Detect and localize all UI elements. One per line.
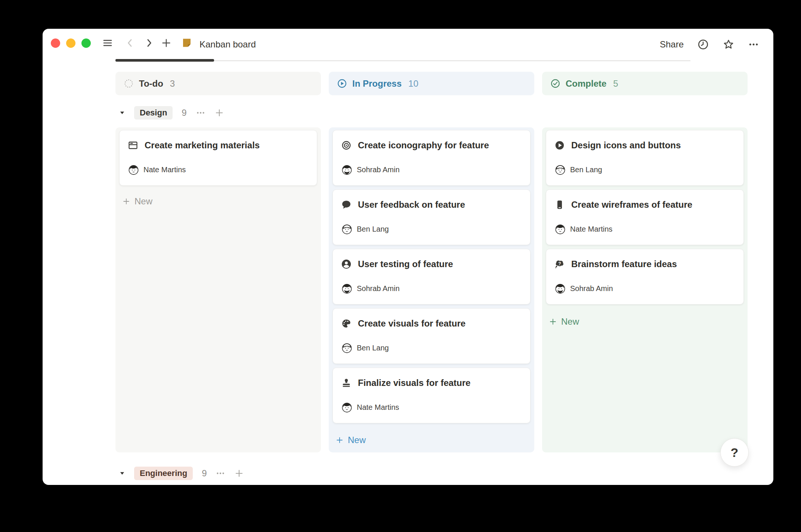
check-circle-icon bbox=[550, 78, 560, 89]
group-add-icon[interactable] bbox=[234, 468, 244, 478]
card[interactable]: Create wireframes of feature Nate Martin… bbox=[546, 189, 744, 245]
card[interactable]: Create marketing materials Nate Martins bbox=[119, 130, 317, 186]
card[interactable]: User testing of feature Sohrab Amin bbox=[333, 249, 531, 304]
thought-bubble-question-icon bbox=[554, 259, 565, 269]
new-card-label: New bbox=[561, 316, 579, 327]
column-header-todo[interactable]: To-do 3 bbox=[115, 72, 321, 95]
history-clock-icon[interactable] bbox=[697, 38, 709, 50]
card-assignee: Sohrab Amin bbox=[357, 284, 400, 293]
group-more-icon[interactable] bbox=[196, 108, 205, 118]
card-assignee: Ben Lang bbox=[357, 225, 389, 233]
new-card-button[interactable]: New bbox=[549, 313, 579, 331]
column-body-complete: Design icons and buttons Ben Lang Create… bbox=[542, 127, 748, 452]
card-title: Create marketing materials bbox=[145, 140, 260, 151]
help-button[interactable]: ? bbox=[720, 438, 749, 467]
collapse-triangle-icon[interactable] bbox=[119, 110, 125, 116]
card-title: Design icons and buttons bbox=[571, 140, 681, 151]
favorite-star-icon[interactable] bbox=[723, 38, 734, 50]
card-assignee: Sohrab Amin bbox=[357, 166, 400, 174]
column-header-in-progress[interactable]: In Progress 10 bbox=[329, 72, 534, 95]
new-card-label: New bbox=[348, 435, 366, 445]
card-assignee: Ben Lang bbox=[357, 344, 389, 352]
column-label: In Progress bbox=[352, 78, 402, 89]
column-count: 10 bbox=[408, 78, 418, 89]
card[interactable]: Finalize visuals for feature Nate Martin… bbox=[333, 368, 531, 423]
column-body-todo: Create marketing materials Nate Martins … bbox=[115, 127, 321, 452]
layout-template-icon bbox=[128, 140, 138, 151]
target-icon bbox=[341, 140, 352, 151]
avatar-ben-lang bbox=[342, 224, 352, 234]
card[interactable]: User feedback on feature Ben Lang bbox=[333, 189, 531, 245]
new-card-button[interactable]: New bbox=[335, 431, 366, 449]
speech-bubble-icon bbox=[341, 200, 352, 210]
card-title: Brainstorm feature ideas bbox=[571, 259, 677, 269]
column-body-in-progress: Create iconography for feature Sohrab Am… bbox=[329, 127, 534, 452]
group-count: 9 bbox=[182, 108, 186, 118]
forward-chevron-icon[interactable] bbox=[143, 37, 155, 49]
plus-icon bbox=[335, 436, 344, 444]
toolbar-right: Share bbox=[660, 29, 759, 60]
plus-icon bbox=[122, 197, 130, 205]
avatar-sohrab-amin bbox=[342, 284, 352, 294]
card-assignee: Nate Martins bbox=[357, 403, 399, 412]
column-count: 3 bbox=[170, 78, 175, 89]
stamp-icon bbox=[341, 378, 352, 388]
card[interactable]: Create visuals for feature Ben Lang bbox=[333, 308, 531, 364]
card-title: Create iconography for feature bbox=[358, 140, 489, 151]
card-title: Finalize visuals for feature bbox=[358, 378, 470, 388]
group-count: 9 bbox=[202, 468, 207, 479]
minimize-window-button[interactable] bbox=[66, 38, 75, 48]
new-page-plus-icon[interactable] bbox=[161, 37, 172, 49]
play-circle-outline-icon bbox=[337, 78, 347, 89]
page-title[interactable]: Kanban board bbox=[200, 29, 256, 60]
plus-icon bbox=[549, 318, 557, 326]
play-circle-filled-icon bbox=[554, 140, 565, 151]
card-assignee: Nate Martins bbox=[143, 166, 186, 174]
window-controls bbox=[51, 38, 91, 48]
palette-icon bbox=[341, 318, 352, 329]
avatar-sohrab-amin bbox=[342, 165, 352, 175]
column-count: 5 bbox=[613, 78, 618, 89]
hamburger-icon[interactable] bbox=[102, 37, 113, 49]
group-pill-design[interactable]: Design bbox=[134, 106, 173, 120]
card[interactable]: Brainstorm feature ideas Sohrab Amin bbox=[546, 249, 744, 304]
card-title: Create visuals for feature bbox=[358, 318, 466, 329]
group-row-engineering: Engineering 9 bbox=[119, 465, 244, 482]
card-assignee: Nate Martins bbox=[570, 225, 612, 233]
column-label: To-do bbox=[139, 78, 163, 89]
zoom-window-button[interactable] bbox=[81, 38, 91, 48]
more-ellipsis-icon[interactable] bbox=[748, 39, 759, 50]
back-chevron-icon[interactable] bbox=[124, 37, 136, 49]
card-title: User testing of feature bbox=[358, 259, 453, 269]
share-button[interactable]: Share bbox=[660, 39, 684, 50]
new-card-label: New bbox=[134, 196, 152, 207]
horizontal-scroll-thumb[interactable] bbox=[115, 59, 214, 62]
group-more-icon[interactable] bbox=[216, 468, 225, 478]
column-header-complete[interactable]: Complete 5 bbox=[542, 72, 748, 95]
card[interactable]: Create iconography for feature Sohrab Am… bbox=[333, 130, 531, 186]
collapse-triangle-icon[interactable] bbox=[119, 470, 125, 476]
app-window: Kanban board Share To-do 3 In Progress 1… bbox=[43, 29, 773, 485]
user-circle-icon bbox=[341, 259, 352, 269]
dashed-circle-icon bbox=[124, 78, 134, 89]
mobile-wireframe-icon bbox=[554, 200, 565, 210]
avatar-nate-martins bbox=[129, 165, 139, 175]
avatar-ben-lang bbox=[342, 343, 352, 353]
avatar-ben-lang bbox=[555, 165, 565, 175]
avatar-nate-martins bbox=[555, 224, 565, 234]
group-add-icon[interactable] bbox=[214, 108, 224, 118]
column-label: Complete bbox=[566, 78, 606, 89]
card-title: User feedback on feature bbox=[358, 200, 465, 210]
new-card-button[interactable]: New bbox=[122, 192, 152, 210]
avatar-nate-martins bbox=[342, 402, 352, 412]
card-assignee: Ben Lang bbox=[570, 166, 602, 174]
group-pill-engineering[interactable]: Engineering bbox=[134, 467, 193, 480]
page-icon bbox=[181, 37, 193, 49]
avatar-sohrab-amin bbox=[555, 284, 565, 294]
card[interactable]: Design icons and buttons Ben Lang bbox=[546, 130, 744, 186]
group-row-design: Design 9 bbox=[119, 103, 224, 122]
card-assignee: Sohrab Amin bbox=[570, 284, 613, 293]
card-title: Create wireframes of feature bbox=[571, 200, 692, 210]
close-window-button[interactable] bbox=[51, 38, 60, 48]
screen-background: Kanban board Share To-do 3 In Progress 1… bbox=[0, 0, 801, 532]
